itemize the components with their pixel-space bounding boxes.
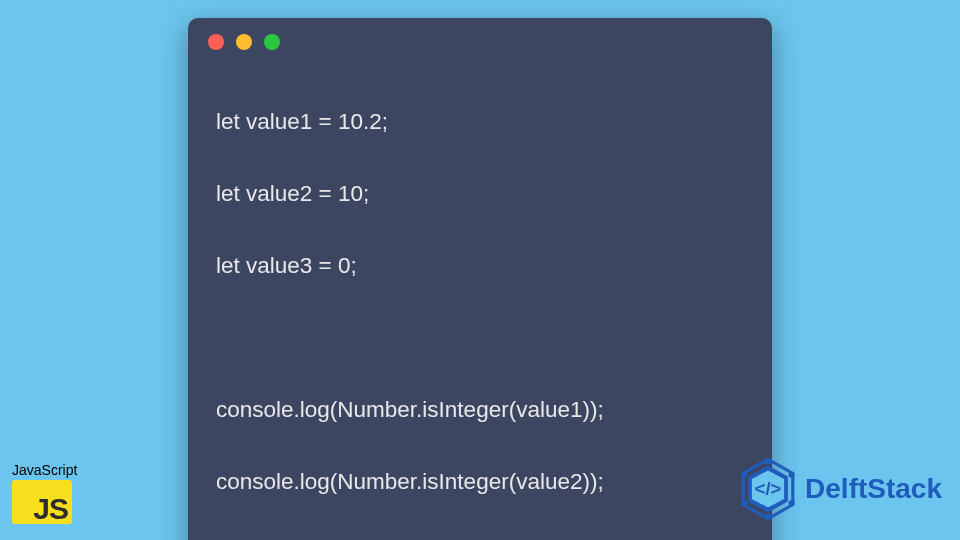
code-block: let value1 = 10.2; let value2 = 10; let … (188, 58, 772, 540)
close-icon (208, 34, 224, 50)
svg-point-4 (765, 459, 771, 465)
delftstack-logo-icon: </> (737, 458, 799, 520)
svg-point-9 (741, 472, 747, 478)
window-titlebar (188, 18, 772, 58)
javascript-label: JavaScript (12, 462, 77, 478)
code-line: let value3 = 0; (216, 248, 744, 284)
delftstack-brand: </> DelftStack (737, 458, 942, 520)
javascript-badge: JavaScript JS (12, 462, 77, 524)
javascript-logo-icon: JS (12, 480, 72, 524)
minimize-icon (236, 34, 252, 50)
svg-text:</>: </> (755, 478, 782, 499)
code-line: console.log(Number.isInteger(value2)); (216, 464, 744, 500)
svg-point-7 (765, 513, 771, 519)
code-line: let value2 = 10; (216, 176, 744, 212)
code-line: let value1 = 10.2; (216, 104, 744, 140)
javascript-logo-text: JS (33, 492, 68, 526)
svg-point-6 (789, 500, 795, 506)
maximize-icon (264, 34, 280, 50)
code-line: console.log(Number.isInteger(value3)); (216, 536, 744, 540)
svg-point-5 (789, 472, 795, 478)
svg-point-8 (741, 500, 747, 506)
code-blank-line (216, 320, 744, 356)
code-window: let value1 = 10.2; let value2 = 10; let … (188, 18, 772, 540)
brand-name: DelftStack (805, 473, 942, 505)
code-line: console.log(Number.isInteger(value1)); (216, 392, 744, 428)
